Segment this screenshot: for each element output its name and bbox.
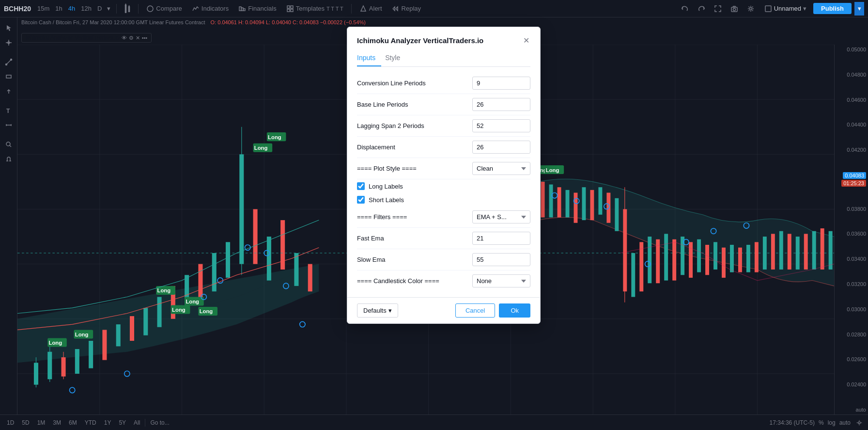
input-lagging-span[interactable] xyxy=(472,119,530,132)
select-filters[interactable]: EMA + S... None RSI MACD xyxy=(472,210,530,223)
price-0.03400: 0.03400 xyxy=(837,256,866,262)
tf-1h[interactable]: 1h xyxy=(53,4,64,13)
symbol-label: BCHH20 xyxy=(4,5,31,13)
tf-dropdown-arrow[interactable]: ▾ xyxy=(105,4,112,13)
tab-style[interactable]: Style xyxy=(385,50,406,66)
pitchfork-tool[interactable] xyxy=(2,84,16,98)
indicator-visibility-icon[interactable]: 👁 xyxy=(122,35,127,41)
cancel-button[interactable]: Cancel xyxy=(455,303,495,318)
svg-rect-117 xyxy=(582,187,586,220)
screenshot-button[interactable] xyxy=(728,2,741,16)
publish-dropdown-button[interactable]: ▾ xyxy=(854,2,864,16)
select-plot-style[interactable]: Clean Full Minimal xyxy=(472,162,530,175)
indicator-settings-icon[interactable]: ⚙ xyxy=(129,35,134,41)
svg-rect-61 xyxy=(157,297,162,327)
fullscreen-toggle[interactable] xyxy=(711,2,725,16)
rectangle-tool[interactable] xyxy=(2,70,16,83)
svg-line-28 xyxy=(10,145,11,147)
text-tool[interactable]: T xyxy=(2,104,16,117)
bb-right: 17:34:36 (UTC-5) % log auto xyxy=(770,418,864,428)
label-candlestick-color: ==== Candlestick Color ==== xyxy=(357,277,439,285)
row-conversion-line: Conversion Line Periods xyxy=(357,73,530,94)
cursor-tool[interactable] xyxy=(2,21,16,35)
period-1y[interactable]: 1Y xyxy=(101,418,114,427)
svg-rect-60 xyxy=(143,308,148,335)
redo-button[interactable] xyxy=(695,2,708,16)
price-0.05000: 0.05000 xyxy=(837,47,866,52)
svg-rect-134 xyxy=(713,242,717,270)
indicators-button[interactable]: Indicators xyxy=(188,4,232,14)
modal-close-button[interactable]: ✕ xyxy=(522,35,530,46)
input-fast-ema[interactable] xyxy=(472,232,530,245)
top-toolbar: BCHH20 15m 1h 4h 12h D ▾ Compare Indicat… xyxy=(0,0,868,17)
period-1m[interactable]: 1M xyxy=(34,418,48,427)
indicator-more-icon[interactable]: ••• xyxy=(142,35,148,41)
svg-point-96 xyxy=(69,387,75,393)
input-displacement[interactable] xyxy=(472,141,530,154)
input-base-line[interactable] xyxy=(472,98,530,111)
input-conversion-line[interactable] xyxy=(472,77,530,90)
ichimoku-modal[interactable]: Ichimoku Analyzer VerticalTraders.io ✕ I… xyxy=(347,27,541,324)
checkbox-short-labels[interactable] xyxy=(357,196,365,204)
gear-icon xyxy=(747,5,755,13)
checkbox-long-labels[interactable] xyxy=(357,182,365,190)
tf-4h[interactable]: 4h xyxy=(66,4,78,13)
select-candlestick-color[interactable]: None Standard Heikin Ashi xyxy=(472,274,530,287)
settings-button[interactable] xyxy=(744,2,758,16)
defaults-button[interactable]: Defaults ▾ xyxy=(357,303,398,318)
period-3m[interactable]: 3M xyxy=(50,418,64,427)
ok-button[interactable]: Ok xyxy=(499,303,530,318)
chart-settings-button[interactable] xyxy=(854,418,864,428)
svg-rect-126 xyxy=(648,237,651,283)
measure-tool[interactable] xyxy=(2,118,16,132)
period-ytd[interactable]: YTD xyxy=(82,418,99,427)
row-long-labels: Long Labels xyxy=(357,179,530,193)
tf-15m[interactable]: 15m xyxy=(35,4,52,13)
input-slow-ema[interactable] xyxy=(472,253,530,266)
bb-auto[interactable]: auto xyxy=(839,419,851,426)
svg-rect-22 xyxy=(6,75,11,78)
period-5d[interactable]: 5D xyxy=(19,418,32,427)
compare-button[interactable]: Compare xyxy=(142,4,186,14)
price-0.03800: 0.03800 xyxy=(837,206,866,212)
indicator-close-icon[interactable]: ✕ xyxy=(136,35,140,41)
unnamed-button[interactable]: Unnamed ▾ xyxy=(760,4,810,14)
tab-inputs[interactable]: Inputs xyxy=(357,50,381,66)
crosshair-tool[interactable] xyxy=(2,36,16,49)
svg-rect-143 xyxy=(788,234,791,270)
bb-percent[interactable]: % xyxy=(819,419,824,426)
label-slow-ema: Slow Ema xyxy=(357,256,386,263)
price-data: O: 0.04061 H: 0.04094 L: 0.04040 C: 0.04… xyxy=(211,19,366,25)
redo-icon xyxy=(698,5,705,13)
price-0.04200: 0.04200 xyxy=(837,147,866,153)
row-lagging-span: Lagging Span 2 Periods xyxy=(357,115,530,137)
zoom-tool[interactable] xyxy=(2,138,16,151)
financials-button[interactable]: Financials xyxy=(234,4,280,14)
publish-button[interactable]: Publish xyxy=(813,3,852,14)
tf-d[interactable]: D xyxy=(95,4,104,13)
svg-rect-144 xyxy=(796,237,800,270)
trendline-tool[interactable] xyxy=(2,55,16,69)
tf-12h[interactable]: 12h xyxy=(78,4,94,13)
goto-button[interactable]: Go to... xyxy=(147,418,172,427)
price-0.04400: 0.04400 xyxy=(837,122,866,127)
settings-gear-icon xyxy=(856,419,863,426)
period-5y[interactable]: 5Y xyxy=(116,418,129,427)
period-6m[interactable]: 6M xyxy=(66,418,80,427)
templates-button[interactable]: Templates T T T T xyxy=(282,4,347,14)
undo-button[interactable] xyxy=(678,2,692,16)
svg-rect-15 xyxy=(765,6,771,12)
replay-button[interactable]: Replay xyxy=(388,4,425,14)
alert-button[interactable]: Alert xyxy=(356,4,386,14)
svg-rect-136 xyxy=(730,245,734,272)
magnet-tool[interactable] xyxy=(2,152,16,166)
toolbar-right: Unnamed ▾ Publish ▾ xyxy=(678,2,864,16)
compare-icon xyxy=(146,5,154,13)
svg-point-27 xyxy=(6,142,10,146)
left-toolbar: T xyxy=(0,17,17,430)
period-all[interactable]: All xyxy=(131,418,143,427)
svg-rect-148 xyxy=(829,231,833,270)
period-1d[interactable]: 1D xyxy=(4,418,17,427)
chart-type-button[interactable] xyxy=(121,2,134,16)
bb-log[interactable]: log xyxy=(828,419,836,426)
